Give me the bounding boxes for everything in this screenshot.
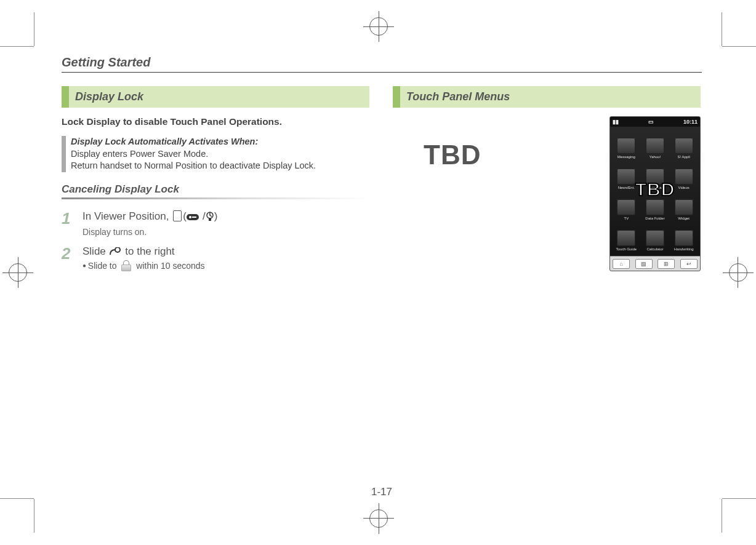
note-accent-bar [62,136,66,172]
step-bullet: Slide to within 10 seconds [82,260,369,271]
app-icon [617,230,635,246]
app-label: Calculator [646,247,663,251]
svg-rect-4 [209,218,211,221]
step-subtext: Display turns on. [82,227,369,237]
crop-mark [0,46,34,47]
right-column: Touch Panel Menus TBD ▮▮ ▭ 10:11 Messagi… [393,86,701,280]
registration-mark [738,257,738,288]
crop-mark [34,12,34,46]
app-label: Widget [678,217,690,220]
step-text: Slide to the right [82,245,369,258]
note-block: Display Lock Automatically Activates Whe… [62,136,369,172]
text-fragment: Slide [82,245,109,257]
step-1: 1 In Viewer Position, (/) Display turns … [62,210,369,237]
app-icon [617,138,635,154]
section-banner-touch-panel: Touch Panel Menus [393,86,701,108]
phone-app-grid: Messaging Yahoo! S! Appli News/Ent. Came… [610,127,700,252]
step-body: Slide to the right Slide to within 10 se… [82,245,369,271]
app-sappli: S! Appli [670,129,698,159]
text-fragment: Slide to [88,261,119,271]
right-content: TBD ▮▮ ▭ 10:11 Messaging Yahoo! S! Appli… [393,116,701,276]
app-label: S! Appli [677,155,690,159]
app-label: Videos [678,186,690,189]
crop-mark [34,499,34,533]
left-column: Display Lock Lock Display to disable Tou… [62,86,369,280]
app-label: Messaging [617,155,635,159]
header-rule [62,72,702,73]
app-icon [646,199,664,215]
lock-key-icon [187,212,203,225]
card-icon: ▭ [648,119,654,125]
step-number: 1 [62,210,74,237]
text-fragment: In Viewer Position, [82,210,172,222]
step-body: In Viewer Position, (/) Display turns on… [82,210,369,237]
app-icon [675,138,693,154]
app-label: News/Ent. [618,186,635,189]
text-fragment: within 10 seconds [134,261,204,271]
step-number: 2 [62,245,74,271]
side-key-icon [173,210,182,221]
breadcrumb: Getting Started [62,55,702,70]
crop-mark [722,12,722,46]
lead-text: Lock Display to disable Touch Panel Oper… [62,116,369,127]
app-calculator: Calculator [641,221,669,251]
app-messaging: Messaging [613,129,640,159]
app-yahoo: Yahoo! [641,129,669,159]
banner-label: Touch Panel Menus [400,86,701,108]
hold-key-icon [206,212,214,225]
app-icon [675,199,693,215]
note-title: Display Lock Automatically Activates Whe… [71,136,316,148]
two-column-layout: Display Lock Lock Display to disable Tou… [62,86,702,280]
app-label: TV [624,217,629,220]
phone-grid-button: ⊞ [657,259,675,269]
signal-icon: ▮▮ [613,119,619,125]
app-handwriting: Handwriting [670,221,698,251]
app-touchguide: Touch Guide [613,221,640,251]
app-icon [646,138,664,154]
text-fragment: to the right [123,245,175,257]
registration-mark [379,503,379,534]
app-label: Yahoo! [649,155,661,159]
app-icon [675,169,693,185]
banner-label: Display Lock [69,86,369,108]
banner-accent-bar [393,86,400,108]
phone-mockup: ▮▮ ▭ 10:11 Messaging Yahoo! S! Appli New… [609,116,701,271]
phone-statusbar: ▮▮ ▭ 10:11 [610,117,700,127]
phone-back-button: ↩ [680,259,698,269]
slide-key-icon [109,247,123,256]
section-banner-display-lock: Display Lock [62,86,369,108]
app-icon [646,230,664,246]
clock-text: 10:11 [683,119,698,125]
registration-mark [18,257,18,288]
app-icon [675,230,693,246]
crop-mark [722,498,756,499]
registration-mark [379,11,379,42]
app-label: Data Folder [645,217,664,220]
phone-pic-button: ▧ [635,259,653,269]
registration-mark [723,272,754,273]
note-line: Return handset to Normal Position to dea… [71,160,316,172]
step-2: 2 Slide to the right Slide to within 10 … [62,245,369,271]
banner-accent-bar [62,86,69,108]
page-content: Getting Started Display Lock Lock Displa… [62,55,702,498]
text-fragment: ) [214,210,218,222]
crop-mark [722,46,756,47]
app-icon [617,169,635,185]
app-label: Touch Guide [616,247,637,251]
app-label: Handwriting [674,247,694,251]
subheading-canceling: Canceling Display Lock [62,183,369,202]
phone-tbd-overlay: TBD [635,179,675,200]
step-text: In Viewer Position, (/) [82,210,369,225]
app-icon [617,199,635,215]
phone-home-button: ⌂ [613,259,630,269]
note-body: Display Lock Automatically Activates Whe… [71,136,316,172]
svg-rect-2 [192,217,196,218]
svg-point-1 [189,216,191,218]
lock-icon [121,260,131,271]
svg-point-5 [115,247,120,252]
tbd-label: TBD [424,140,481,170]
phone-button-bar: ⌂ ▧ ⊞ ↩ [610,256,700,271]
crop-mark [0,498,34,499]
page-number: 1-17 [371,486,392,498]
crop-mark [722,499,722,533]
